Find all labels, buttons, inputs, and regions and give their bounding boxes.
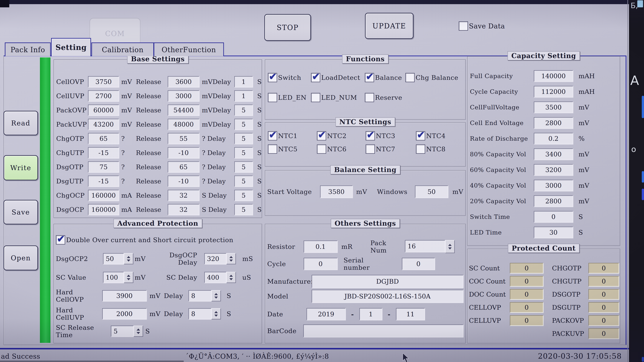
double-protection-checkbox[interactable] xyxy=(56,235,65,245)
checkbox[interactable] xyxy=(311,93,320,102)
function-checkbox-item[interactable]: Reserve xyxy=(365,93,405,102)
hard-celluvp-delay-spin-buttons[interactable] xyxy=(211,308,221,319)
start-voltage-input[interactable]: 3580 xyxy=(320,185,353,198)
capacity-value-input[interactable]: 3400 xyxy=(534,148,573,160)
sc-release-input[interactable]: 5 xyxy=(111,326,134,337)
trigger-value-input[interactable]: 43200 xyxy=(88,119,119,130)
function-checkbox-item[interactable]: LoadDetect xyxy=(311,73,365,82)
capacity-value-input[interactable]: 0.2 xyxy=(534,133,573,144)
delay-value-input[interactable]: 5 xyxy=(234,133,253,144)
capacity-value-input[interactable]: 2800 xyxy=(534,117,573,129)
hard-celluvp-delay-input[interactable]: 8 xyxy=(188,308,211,319)
checkbox[interactable] xyxy=(268,144,277,154)
dsgocp-delay-spin-buttons[interactable] xyxy=(226,253,236,264)
hard-cellovp-delay-spin-buttons[interactable] xyxy=(211,290,221,301)
checkbox[interactable] xyxy=(268,93,277,102)
release-value-input[interactable]: 32 xyxy=(168,204,199,215)
capacity-value-input[interactable]: 112000 xyxy=(534,86,573,97)
tab-calibration[interactable]: Calibration xyxy=(91,42,154,56)
release-value-input[interactable]: 3000 xyxy=(168,90,199,101)
windows-input[interactable]: 50 xyxy=(415,185,448,198)
function-checkbox-item[interactable]: Chg Balance xyxy=(405,73,464,82)
function-checkbox-item[interactable]: LED_NUM xyxy=(311,93,365,102)
checkbox[interactable] xyxy=(416,144,425,154)
release-value-input[interactable]: 55 xyxy=(168,133,199,144)
date-day-input[interactable]: 11 xyxy=(396,308,425,320)
dsgocp-delay-input[interactable]: 320 xyxy=(204,253,226,264)
function-checkbox-item[interactable]: LED_EN xyxy=(268,93,311,102)
delay-value-input[interactable]: 5 xyxy=(234,119,253,130)
save-button[interactable]: Save xyxy=(4,200,38,224)
release-value-input[interactable]: 65 xyxy=(168,161,199,173)
capacity-value-input[interactable]: 30 xyxy=(534,227,573,238)
delay-value-input[interactable]: 1 xyxy=(234,76,253,87)
delay-value-input[interactable]: 5 xyxy=(234,104,253,116)
capacity-value-input[interactable]: 3200 xyxy=(534,164,573,176)
checkbox[interactable] xyxy=(365,93,374,102)
delay-value-input[interactable]: 1 xyxy=(234,90,253,101)
cycle-input[interactable]: 0 xyxy=(304,258,338,270)
ntc-checkbox-item[interactable]: NTC7 xyxy=(366,144,416,154)
sc-value-spin-buttons[interactable] xyxy=(124,272,133,283)
delay-value-input[interactable]: 5 xyxy=(234,147,253,158)
checkbox[interactable] xyxy=(268,73,277,82)
trigger-value-input[interactable]: 60000 xyxy=(88,104,119,116)
checkbox[interactable] xyxy=(317,131,326,140)
checkbox[interactable] xyxy=(405,73,415,82)
checkbox[interactable] xyxy=(416,131,425,140)
capacity-value-input[interactable]: 2800 xyxy=(534,195,573,207)
trigger-value-input[interactable]: 3750 xyxy=(88,76,119,87)
dsgocp2-spin-buttons[interactable] xyxy=(124,253,133,264)
trigger-value-input[interactable]: 160000 xyxy=(88,190,119,201)
serial-number-input[interactable]: 0 xyxy=(402,258,435,270)
sc-delay-input[interactable]: 400 xyxy=(204,272,226,283)
pack-num-spin-buttons[interactable] xyxy=(445,240,455,253)
capacity-value-input[interactable]: 3000 xyxy=(534,180,573,191)
trigger-value-input[interactable]: 2700 xyxy=(88,90,119,101)
trigger-value-input[interactable]: 75 xyxy=(88,161,119,173)
function-checkbox-item[interactable]: Balance xyxy=(365,73,405,82)
tab-pack-info[interactable]: Pack Info xyxy=(5,42,51,56)
ntc-checkbox-item[interactable]: NTC4 xyxy=(416,131,464,140)
capacity-value-input[interactable]: 0 xyxy=(534,211,573,223)
trigger-value-input[interactable]: 160000 xyxy=(88,204,119,215)
trigger-value-input[interactable]: -15 xyxy=(88,147,119,158)
sc-delay-spin-buttons[interactable] xyxy=(226,272,236,283)
stop-button[interactable]: STOP xyxy=(264,14,311,41)
tab-other-function[interactable]: OtherFunction xyxy=(154,42,224,56)
trigger-value-input[interactable]: -15 xyxy=(88,176,119,187)
capacity-value-input[interactable]: 140000 xyxy=(534,70,573,82)
date-month-input[interactable]: 1 xyxy=(360,308,382,320)
resistor-input[interactable]: 0.1 xyxy=(304,241,338,253)
delay-value-input[interactable]: 5 xyxy=(234,161,253,173)
read-button[interactable]: Read xyxy=(4,111,38,135)
delay-value-input[interactable]: 5 xyxy=(234,204,253,215)
write-button[interactable]: Write xyxy=(4,155,38,180)
barcode-input[interactable] xyxy=(303,325,463,337)
hard-cellovp-delay-input[interactable]: 8 xyxy=(188,290,211,301)
pack-num-input[interactable]: 16 xyxy=(405,240,445,252)
dsgocp2-input[interactable]: 50 xyxy=(103,253,124,264)
ntc-checkbox-item[interactable]: NTC8 xyxy=(416,144,464,154)
release-value-input[interactable]: 54400 xyxy=(168,104,199,116)
hard-cellovp-input[interactable]: 3900 xyxy=(102,290,146,301)
checkbox[interactable] xyxy=(311,73,320,82)
ntc-checkbox-item[interactable]: NTC6 xyxy=(317,144,366,154)
delay-value-input[interactable]: 5 xyxy=(234,190,253,201)
model-input[interactable]: JBD-SP20S002-L16S-150A xyxy=(312,290,463,303)
release-value-input[interactable]: -10 xyxy=(168,147,199,158)
checkbox[interactable] xyxy=(366,131,375,140)
function-checkbox-item[interactable]: Switch xyxy=(268,73,311,82)
capacity-value-input[interactable]: 3500 xyxy=(534,101,573,113)
checkbox[interactable] xyxy=(366,144,375,154)
ntc-checkbox-item[interactable]: NTC1 xyxy=(268,131,317,140)
ntc-checkbox-item[interactable]: NTC5 xyxy=(268,144,317,154)
trigger-value-input[interactable]: 65 xyxy=(88,133,119,144)
hard-celluvp-input[interactable]: 2000 xyxy=(102,308,146,319)
open-button[interactable]: Open xyxy=(4,246,38,270)
tab-setting[interactable]: Setting xyxy=(51,38,91,56)
ntc-checkbox-item[interactable]: NTC2 xyxy=(317,131,366,140)
update-button[interactable]: UPDATE xyxy=(365,13,414,39)
save-data-checkbox[interactable] xyxy=(459,21,468,31)
release-value-input[interactable]: 3600 xyxy=(168,76,199,87)
